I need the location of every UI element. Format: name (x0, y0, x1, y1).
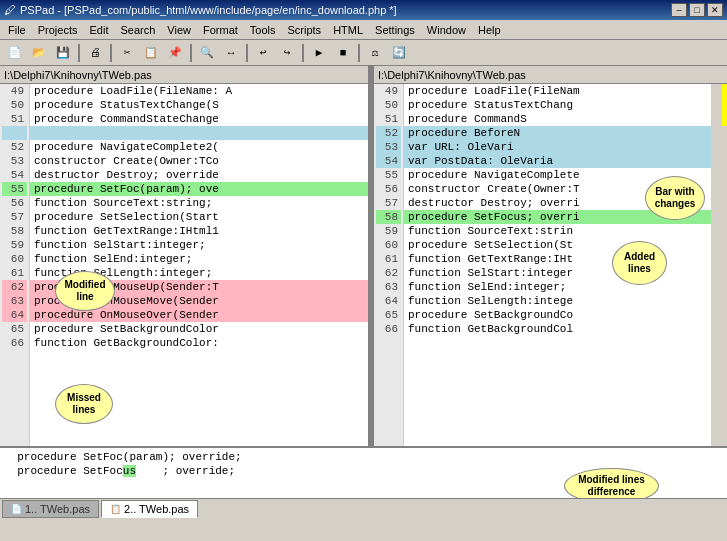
code-line: function GetBackgroundColor: (30, 336, 368, 350)
code-line: procedure SetBackgroundCo (404, 308, 727, 322)
code-line: function GetTextRange:IHt (404, 252, 727, 266)
change-indicator (722, 84, 727, 126)
preview-area: procedure SetFoc(param); override; proce… (0, 446, 727, 498)
menu-tools[interactable]: Tools (244, 22, 282, 38)
modified-line-callout: Modified line (55, 271, 115, 311)
menu-format[interactable]: Format (197, 22, 244, 38)
tab-2[interactable]: 📋 2.. TWeb.pas (101, 500, 198, 518)
title-bar-text: PSPad - [PSPad_com/public_html/www/inclu… (20, 4, 397, 16)
menu-projects[interactable]: Projects (32, 22, 84, 38)
new-button[interactable]: 📄 (4, 42, 26, 64)
undo-button[interactable]: ↩ (252, 42, 274, 64)
toolbar-sep-5 (302, 44, 304, 62)
title-bar: 🖊 PSPad - [PSPad_com/public_html/www/inc… (0, 0, 727, 20)
line-num: 61 (2, 266, 27, 280)
tab-1-icon: 📄 (11, 504, 22, 514)
code-line: function SourceText:string; (30, 196, 368, 210)
left-editor-pane: I:\Delphi7\Knihovny\TWeb.pas 49 50 51 52… (0, 66, 370, 446)
print-button[interactable]: 🖨 (84, 42, 106, 64)
app-icon: 🖊 (4, 3, 16, 17)
editor-container: I:\Delphi7\Knihovny\TWeb.pas 49 50 51 52… (0, 66, 727, 446)
line-num: 52 (2, 140, 27, 154)
maximize-button[interactable]: □ (689, 3, 705, 17)
open-button[interactable]: 📂 (28, 42, 50, 64)
menu-edit[interactable]: Edit (83, 22, 114, 38)
left-file-path: I:\Delphi7\Knihovny\TWeb.pas (0, 66, 368, 84)
right-file-path: I:\Delphi7\Knihovny\TWeb.pas (374, 66, 727, 84)
line-num: 51 (2, 112, 27, 126)
tab-bar: 📄 1.. TWeb.pas 📋 2.. TWeb.pas (0, 498, 727, 518)
minimize-button[interactable]: – (671, 3, 687, 17)
line-num: 61 (376, 252, 401, 266)
line-num: 51 (376, 112, 401, 126)
right-code-lines[interactable]: procedure LoadFile(FileNam procedure Sta… (404, 84, 727, 446)
menu-settings[interactable]: Settings (369, 22, 421, 38)
copy-button[interactable]: 📋 (140, 42, 162, 64)
tab-2-icon: 📋 (110, 504, 121, 514)
preview-line-1: procedure SetFoc(param); override; (4, 450, 723, 464)
line-num: 62 (376, 266, 401, 280)
code-line: function SelEnd:integer; (30, 252, 368, 266)
code-line (30, 126, 368, 140)
code-line: function SelLength:intege (404, 294, 727, 308)
modified-lines-diff-callout: Modified lines difference (564, 468, 659, 498)
line-num: 58 (376, 210, 401, 224)
line-num: 57 (376, 196, 401, 210)
cut-button[interactable]: ✂ (116, 42, 138, 64)
toolbar-sep-1 (78, 44, 80, 62)
redo-button[interactable]: ↪ (276, 42, 298, 64)
tab-2-label: 2.. TWeb.pas (124, 503, 189, 515)
right-scrollbar[interactable] (711, 84, 727, 446)
line-num: 66 (2, 336, 27, 350)
toolbar-sep-6 (358, 44, 360, 62)
right-line-numbers: 49 50 51 52 53 54 55 56 57 58 59 60 61 6… (374, 84, 404, 446)
code-line: procedure SetSelection(St (404, 238, 727, 252)
save-button[interactable]: 💾 (52, 42, 74, 64)
code-line: procedure NavigateComplete2( (30, 140, 368, 154)
code-line: procedure CommandStateChange (30, 112, 368, 126)
toolbar-sep-4 (246, 44, 248, 62)
toolbar: 📄 📂 💾 🖨 ✂ 📋 📌 🔍 ↔ ↩ ↪ ▶ ■ ⚖ 🔄 (0, 40, 727, 66)
left-code-area[interactable]: 49 50 51 52 53 54 55 56 57 58 59 60 61 6… (0, 84, 368, 446)
line-num (2, 126, 27, 140)
menu-view[interactable]: View (161, 22, 197, 38)
line-num: 55 (2, 182, 27, 196)
tab-1[interactable]: 📄 1.. TWeb.pas (2, 500, 99, 518)
title-bar-controls[interactable]: – □ ✕ (671, 3, 723, 17)
code-line: function GetTextRange:IHtml1 (30, 224, 368, 238)
close-button[interactable]: ✕ (707, 3, 723, 17)
line-num: 63 (376, 280, 401, 294)
diff-button[interactable]: ⚖ (364, 42, 386, 64)
find-button[interactable]: 🔍 (196, 42, 218, 64)
line-num: 60 (376, 238, 401, 252)
line-num: 52 (376, 126, 401, 140)
line-num: 64 (2, 308, 27, 322)
menu-window[interactable]: Window (421, 22, 472, 38)
code-line-added: var PostData: OleVaria (404, 154, 727, 168)
right-code-area[interactable]: 49 50 51 52 53 54 55 56 57 58 59 60 61 6… (374, 84, 727, 446)
code-line: destructor Destroy; override (30, 168, 368, 182)
right-editor-pane: I:\Delphi7\Knihovny\TWeb.pas 49 50 51 52… (374, 66, 727, 446)
menu-scripts[interactable]: Scripts (282, 22, 328, 38)
preview-highlight: us (123, 465, 136, 477)
code-line-added: procedure BeforeN (404, 126, 727, 140)
sync-button[interactable]: 🔄 (388, 42, 410, 64)
menu-html[interactable]: HTML (327, 22, 369, 38)
menu-file[interactable]: File (2, 22, 32, 38)
line-num: 57 (2, 210, 27, 224)
line-num: 56 (376, 182, 401, 196)
right-path-text: I:\Delphi7\Knihovny\TWeb.pas (378, 69, 526, 81)
line-num: 50 (2, 98, 27, 112)
menu-search[interactable]: Search (114, 22, 161, 38)
line-num: 53 (376, 140, 401, 154)
menu-help[interactable]: Help (472, 22, 507, 38)
paste-button[interactable]: 📌 (164, 42, 186, 64)
run-button[interactable]: ▶ (308, 42, 330, 64)
line-num: 59 (376, 224, 401, 238)
line-num: 53 (2, 154, 27, 168)
line-num: 49 (376, 84, 401, 98)
code-line: procedure StatusTextChang (404, 98, 727, 112)
stop-button[interactable]: ■ (332, 42, 354, 64)
replace-button[interactable]: ↔ (220, 42, 242, 64)
code-line-added: var URL: OleVari (404, 140, 727, 154)
